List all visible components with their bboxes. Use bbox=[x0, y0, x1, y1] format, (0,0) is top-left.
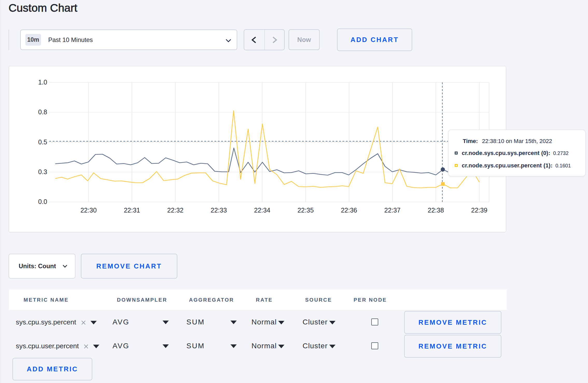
svg-text:22:30: 22:30 bbox=[80, 207, 97, 214]
svg-text:22:32: 22:32 bbox=[167, 207, 184, 214]
svg-text:22:39: 22:39 bbox=[471, 207, 487, 214]
svg-text:22:31: 22:31 bbox=[124, 207, 140, 214]
svg-text:22:34: 22:34 bbox=[254, 207, 270, 214]
svg-text:0.5: 0.5 bbox=[38, 138, 47, 146]
svg-text:22:33: 22:33 bbox=[211, 207, 227, 214]
svg-text:22:37: 22:37 bbox=[384, 207, 401, 214]
svg-text:1.0: 1.0 bbox=[38, 79, 47, 86]
svg-text:22:36: 22:36 bbox=[341, 207, 357, 214]
svg-text:22:35: 22:35 bbox=[297, 207, 314, 214]
svg-text:0.0: 0.0 bbox=[38, 198, 47, 205]
svg-text:0.8: 0.8 bbox=[38, 108, 47, 116]
svg-text:0.3: 0.3 bbox=[38, 168, 47, 175]
svg-text:22:38: 22:38 bbox=[428, 207, 444, 214]
